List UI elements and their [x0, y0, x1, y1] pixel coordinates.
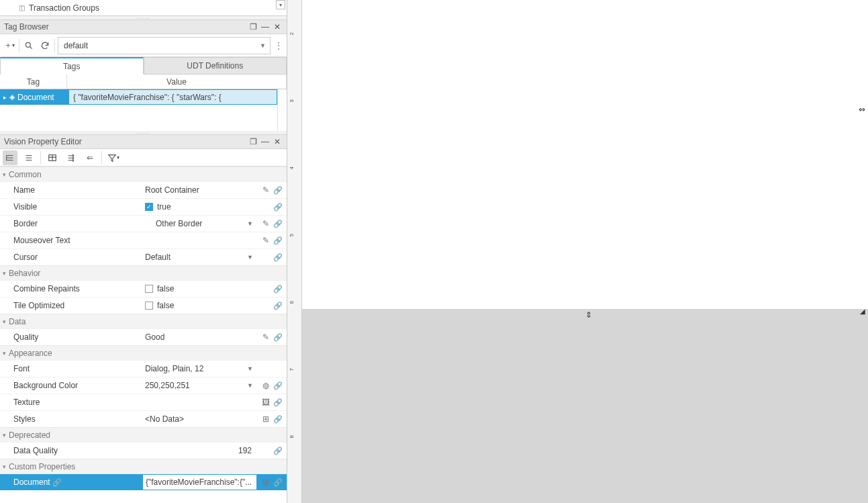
scroll-down-button[interactable]: ▾: [276, 0, 285, 9]
prop-border-value[interactable]: Other Border▼: [142, 216, 257, 232]
ruler-tick: 5: [289, 234, 295, 236]
binding-icon[interactable]: 🔗: [273, 301, 283, 310]
prop-styles-value[interactable]: <No Data>: [142, 411, 257, 427]
prop-mouseover-text[interactable]: Mouseover Text ✎🔗: [0, 232, 287, 248]
chevron-down-icon[interactable]: ▼: [247, 254, 253, 261]
binding-icon[interactable]: 🔗: [273, 236, 283, 245]
refresh-button[interactable]: [38, 38, 52, 53]
resize-handle-south[interactable]: ⇕: [585, 310, 592, 320]
chevron-down-icon[interactable]: ▼: [247, 382, 253, 389]
prop-font[interactable]: Font Dialog, Plain, 12▼: [0, 360, 287, 377]
prop-name-value[interactable]: Root Container: [142, 182, 257, 198]
prop-document-value[interactable]: {"favoriteMovieFranchise":{"...: [142, 474, 257, 490]
tab-tags-label: Tags: [63, 62, 80, 71]
image-icon[interactable]: 🖼: [261, 398, 271, 407]
binding-icon[interactable]: 🔗: [273, 253, 283, 262]
collapse-all-button[interactable]: ⇚: [83, 150, 97, 165]
column-header-value[interactable]: Value: [67, 75, 287, 89]
close-button[interactable]: ✕: [272, 136, 283, 147]
prop-tile-optimized[interactable]: Tile Optimized false 🔗: [0, 297, 287, 314]
prop-cursor-value[interactable]: Default▼: [142, 249, 257, 265]
chevron-down-icon[interactable]: ▼: [247, 220, 253, 227]
prop-tile-value[interactable]: false: [142, 298, 257, 314]
edit-icon[interactable]: ✎: [261, 219, 271, 228]
add-button[interactable]: ＋▾: [3, 38, 16, 53]
checkbox-icon[interactable]: [145, 285, 153, 293]
prop-name[interactable]: Name Root Container ✎🔗: [0, 181, 287, 198]
filter-button[interactable]: ▾: [106, 150, 121, 165]
prop-mouseover-value[interactable]: [142, 232, 257, 248]
prop-bg-value[interactable]: 250,250,251▼: [142, 377, 257, 394]
sort-category-button[interactable]: [3, 150, 17, 165]
scrollbar[interactable]: [277, 89, 287, 131]
designer-canvas[interactable]: ⇔ ⇕ ◢: [302, 0, 868, 503]
chevron-down-icon[interactable]: ▼: [247, 365, 253, 372]
binding-icon[interactable]: 🔗: [273, 414, 283, 424]
prop-combine-value[interactable]: false: [142, 281, 257, 297]
close-button[interactable]: ✕: [272, 21, 283, 32]
binding-icon[interactable]: 🔗: [273, 219, 283, 228]
binding-icon[interactable]: 🔗: [273, 332, 283, 342]
tag-row-document[interactable]: ▸ ◈ Document { "favoriteMovieFranchise":…: [0, 90, 277, 105]
edit-icon[interactable]: ✎: [261, 185, 271, 195]
minimize-button[interactable]: —: [260, 21, 271, 32]
prop-border[interactable]: Border Other Border▼ ✎🔗: [0, 215, 287, 232]
prop-background-color[interactable]: Background Color 250,250,251▼ ◍🔗: [0, 377, 287, 394]
dataset-icon[interactable]: ⊞: [261, 414, 271, 424]
binding-icon[interactable]: 🔗: [273, 477, 283, 487]
prop-visible-value[interactable]: ✓true: [142, 199, 257, 215]
prop-font-value[interactable]: Dialog, Plain, 12▼: [142, 361, 257, 377]
binding-icon[interactable]: 🔗: [273, 202, 283, 212]
section-data[interactable]: ▾Data: [0, 314, 287, 328]
section-behavior[interactable]: ▾Behavior: [0, 265, 287, 280]
view-table-button[interactable]: [45, 150, 60, 165]
canvas-window-area[interactable]: [302, 0, 868, 309]
prop-cursor-label: Cursor: [0, 253, 142, 262]
section-deprecated[interactable]: ▾Deprecated: [0, 427, 287, 442]
ruler-tick: 7: [289, 368, 295, 371]
section-custom-properties[interactable]: ▾Custom Properties: [0, 459, 287, 473]
edit-icon[interactable]: ✎: [261, 332, 271, 342]
pin-button[interactable]: ❐: [248, 21, 258, 32]
tag-row-value-cell[interactable]: { "favoriteMovieFranchise": { "starWars"…: [69, 90, 277, 104]
paint-icon[interactable]: ◍: [261, 381, 271, 390]
edit-icon[interactable]: ✎: [261, 236, 271, 245]
prop-texture[interactable]: Texture 🖼🔗: [0, 394, 287, 410]
section-appearance[interactable]: ▾Appearance: [0, 345, 287, 360]
prop-dq-value[interactable]: 192: [142, 443, 257, 459]
minimize-button[interactable]: —: [260, 136, 271, 147]
prop-texture-value[interactable]: [142, 394, 257, 410]
tab-udt-definitions[interactable]: UDT Definitions: [144, 57, 287, 75]
binding-icon[interactable]: 🔗: [273, 381, 283, 390]
binding-icon[interactable]: 🔗: [273, 284, 283, 293]
prop-cursor[interactable]: Cursor Default▼ 🔗: [0, 248, 287, 265]
checkbox-icon[interactable]: [145, 302, 153, 310]
sort-alpha-button[interactable]: [21, 150, 36, 165]
search-icon[interactable]: [22, 38, 36, 53]
binding-icon[interactable]: 🔗: [273, 398, 283, 407]
prop-combine-repaints[interactable]: Combine Repaints false 🔗: [0, 280, 287, 297]
prop-document[interactable]: Document 🔗 {"favoriteMovieFranchise":{".…: [0, 473, 287, 490]
resize-handle-east[interactable]: ⇔: [859, 105, 865, 114]
prop-quality-value[interactable]: Good: [142, 329, 257, 345]
prop-visible[interactable]: Visible ✓true 🔗: [0, 198, 287, 215]
pin-button[interactable]: ❐: [248, 136, 258, 147]
binding-icon[interactable]: 🔗: [273, 185, 283, 195]
expand-all-button[interactable]: ⇶: [64, 150, 79, 165]
column-header-tag[interactable]: Tag: [0, 75, 67, 89]
prop-data-quality[interactable]: Data Quality 192 🔗: [0, 442, 287, 459]
prop-styles[interactable]: Styles <No Data> ⊞🔗: [0, 410, 287, 427]
resize-handle-corner[interactable]: ◢: [860, 308, 865, 315]
section-common[interactable]: ▾Common: [0, 167, 287, 181]
binding-overlay-icon: 🔗: [52, 478, 62, 486]
dataset-icon[interactable]: ⊞: [261, 477, 271, 487]
project-tree-item[interactable]: ◫ Transaction Groups ▾: [0, 0, 287, 16]
provider-dropdown[interactable]: default ▼: [58, 37, 271, 54]
expand-icon[interactable]: ▸: [3, 94, 7, 101]
binding-icon[interactable]: 🔗: [273, 446, 283, 455]
checkbox-icon[interactable]: ✓: [145, 203, 153, 211]
more-menu-button[interactable]: ⋮: [273, 38, 284, 54]
vpe-titlebar: Vision Property Editor ❐ — ✕: [0, 134, 287, 149]
tab-tags[interactable]: Tags: [0, 57, 144, 75]
prop-quality[interactable]: Quality Good ✎🔗: [0, 328, 287, 345]
